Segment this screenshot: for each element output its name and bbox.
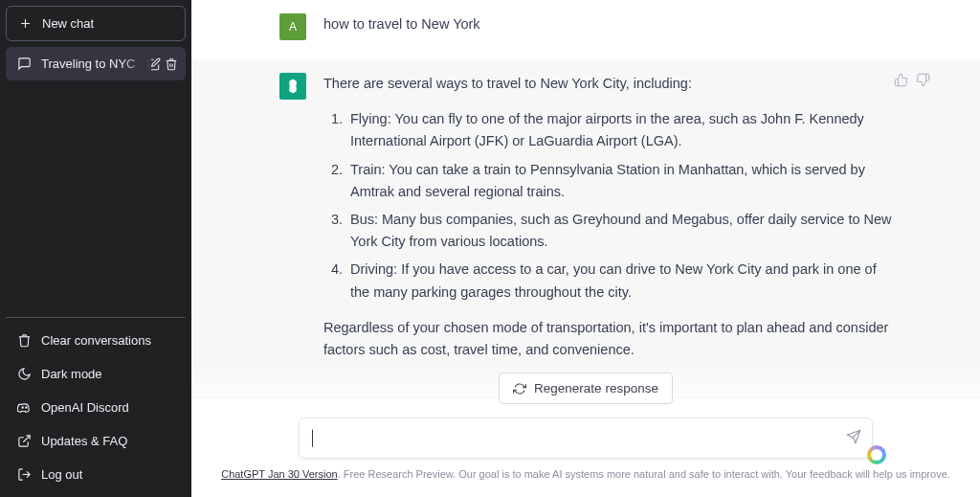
list-item: Train: You can take a train to Pennsylva… — [346, 159, 892, 203]
dark-mode-button[interactable]: Dark mode — [6, 357, 186, 391]
logout-label: Log out — [41, 467, 82, 482]
discord-icon — [17, 400, 32, 415]
sidebar: New chat Traveling to NYC Ways Clear con… — [0, 0, 191, 497]
clear-label: Clear conversations — [41, 333, 151, 348]
footnote: ChatGPT Jan 30 Version. Free Research Pr… — [221, 468, 950, 480]
discord-button[interactable]: OpenAI Discord — [6, 391, 186, 424]
trash-icon — [17, 333, 32, 348]
regenerate-label: Regenerate response — [534, 381, 658, 395]
discord-label: OpenAI Discord — [41, 400, 129, 415]
main-area: A how to travel to New York There are se… — [191, 0, 980, 497]
refresh-icon — [513, 382, 526, 395]
assistant-orb-icon[interactable] — [867, 445, 886, 464]
assistant-avatar — [279, 73, 306, 100]
thumbs-down-icon[interactable] — [916, 73, 930, 87]
logout-button[interactable]: Log out — [6, 458, 186, 491]
conversation-item[interactable]: Traveling to NYC Ways — [6, 47, 186, 80]
list-item: Driving: If you have access to a car, yo… — [346, 259, 892, 303]
edit-icon[interactable] — [147, 57, 161, 71]
conversation-title: Traveling to NYC Ways — [41, 56, 138, 71]
thumbs-up-icon[interactable] — [894, 73, 908, 87]
send-button[interactable] — [846, 429, 861, 448]
regenerate-button[interactable]: Regenerate response — [499, 373, 673, 404]
svg-point-2 — [22, 407, 23, 408]
chat-icon — [17, 56, 32, 71]
list-item: Flying: You can fly to one of the major … — [346, 108, 892, 152]
plus-icon — [18, 16, 33, 31]
list-item: Bus: Many bus companies, such as Greyhou… — [346, 209, 892, 253]
input-wrap — [299, 418, 873, 459]
feedback-buttons — [894, 73, 930, 87]
composer-area: Regenerate response ChatGPT Jan 30 Versi… — [191, 361, 980, 497]
trash-icon[interactable] — [165, 57, 178, 71]
user-text: how to travel to New York — [323, 13, 892, 40]
dark-label: Dark mode — [41, 367, 102, 381]
external-link-icon — [17, 434, 32, 448]
openai-icon — [284, 78, 301, 95]
assistant-text: There are several ways to travel to New … — [323, 73, 892, 374]
updates-label: Updates & FAQ — [41, 434, 127, 448]
svg-line-4 — [23, 436, 30, 442]
new-chat-label: New chat — [42, 16, 94, 31]
user-message: A how to travel to New York — [191, 0, 980, 59]
updates-faq-button[interactable]: Updates & FAQ — [6, 424, 186, 458]
svg-point-3 — [26, 407, 27, 408]
text-caret — [312, 429, 313, 446]
message-input[interactable] — [299, 418, 873, 459]
version-link[interactable]: ChatGPT Jan 30 Version — [221, 468, 337, 480]
new-chat-button[interactable]: New chat — [6, 6, 186, 41]
assistant-message: There are several ways to travel to New … — [191, 59, 980, 398]
moon-icon — [17, 367, 32, 381]
logout-icon — [17, 467, 32, 482]
sidebar-footer: Clear conversations Dark mode OpenAI Dis… — [6, 317, 186, 491]
send-icon — [846, 429, 861, 444]
clear-conversations-button[interactable]: Clear conversations — [6, 324, 186, 357]
user-avatar: A — [279, 13, 306, 40]
